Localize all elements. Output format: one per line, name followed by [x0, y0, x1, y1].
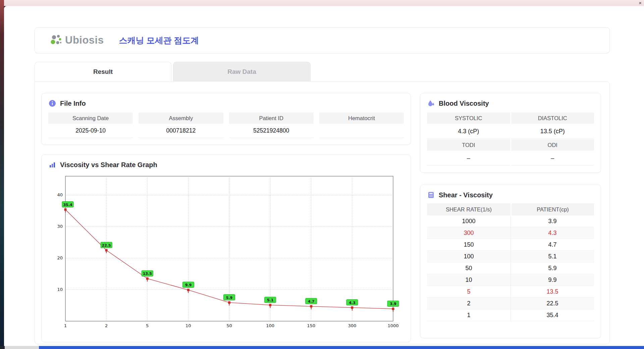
file-info-fields: Scanning Date 2025-09-10 Assembly 000718… [48, 112, 404, 138]
logo-text: Ubiosis [65, 34, 104, 46]
app-header: Ubiosis 스캐닝 모세관 점도계 [35, 27, 610, 53]
patient-viscosity-cell: 4.3 [511, 227, 594, 239]
svg-text:4.7: 4.7 [308, 299, 315, 304]
shear-viscosity-row: 1504.7 [427, 239, 594, 251]
svg-text:13.5: 13.5 [143, 271, 152, 276]
svg-text:150: 150 [307, 323, 315, 328]
shear-rate-cell: 10 [427, 274, 511, 286]
svg-text:5: 5 [146, 323, 149, 328]
bv-value-diastolic: 13.5 (cP) [511, 124, 594, 139]
field-value: 52521924800 [229, 124, 314, 138]
tab-result[interactable]: Result [35, 62, 171, 81]
window-titlebar: × [4, 0, 644, 6]
close-icon[interactable]: × [639, 0, 642, 6]
field-value: 2025-09-10 [48, 124, 133, 138]
shear-viscosity-row: 513.5 [427, 286, 594, 298]
shear-table-body: 10003.93004.31504.71005.1505.9109.9513.5… [427, 215, 594, 321]
field-label: Scanning Date [48, 112, 133, 124]
blood-viscosity-grid: SYSTOLIC DIASTOLIC 4.3 (cP) 13.5 (cP) TO… [427, 112, 594, 165]
field-label: Assembly [139, 112, 223, 124]
field-label: Patient ID [229, 112, 314, 124]
patient-viscosity-cell: 35.4 [511, 309, 594, 321]
blood-viscosity-header: Blood Viscosity [427, 99, 594, 107]
desktop-background-left [0, 0, 4, 349]
patient-viscosity-cell: 5.9 [511, 262, 594, 274]
bv-value-odi: – [511, 151, 594, 165]
shear-viscosity-title: Shear - Viscosity [439, 191, 493, 199]
column-header-shear-rate: SHEAR RATE(1/s) [427, 203, 511, 215]
tab-raw-data[interactable]: Raw Data [173, 62, 311, 81]
shear-viscosity-row: 3004.3 [427, 227, 594, 239]
info-icon [48, 99, 56, 107]
shear-viscosity-row: 10003.9 [427, 215, 594, 227]
svg-text:1: 1 [64, 323, 67, 328]
blood-viscosity-title: Blood Viscosity [439, 100, 489, 107]
svg-text:2: 2 [105, 323, 108, 328]
graph-header: Viscosity vs Shear Rate Graph [48, 161, 404, 169]
droplet-icon [427, 99, 435, 107]
patient-viscosity-cell: 5.1 [511, 251, 594, 262]
shear-viscosity-card: Shear - Viscosity SHEAR RATE(1/s) PATIEN… [420, 185, 601, 338]
viscosity-graph-card: Viscosity vs Shear Rate Graph 1251050100… [41, 154, 411, 342]
svg-text:1000: 1000 [387, 323, 398, 328]
file-info-title: File Info [60, 100, 86, 107]
shear-viscosity-row: 505.9 [427, 262, 594, 274]
svg-text:300: 300 [348, 323, 356, 328]
svg-text:9.9: 9.9 [185, 283, 192, 287]
patient-viscosity-cell: 13.5 [511, 286, 594, 297]
shear-viscosity-row: 222.5 [427, 298, 594, 309]
svg-text:100: 100 [266, 323, 274, 328]
logo-dots-icon [50, 34, 63, 47]
svg-text:50: 50 [226, 323, 232, 328]
calculator-icon [427, 191, 435, 199]
svg-text:5.9: 5.9 [226, 296, 233, 300]
patient-viscosity-cell: 9.9 [511, 274, 594, 286]
shear-viscosity-row: 1005.1 [427, 251, 594, 262]
svg-text:40: 40 [57, 192, 63, 197]
tab-bar: Result Raw Data [35, 62, 311, 81]
svg-text:30: 30 [57, 224, 63, 229]
right-column: Blood Viscosity SYSTOLIC DIASTOLIC 4.3 (… [420, 93, 601, 344]
page-title: 스캐닝 모세관 점도계 [119, 35, 199, 46]
file-info-field: Assembly 000718212 [139, 112, 223, 138]
shear-rate-cell: 50 [427, 262, 511, 274]
svg-text:4.3: 4.3 [349, 301, 356, 305]
svg-text:35.4: 35.4 [63, 203, 72, 207]
bv-value-systolic: 4.3 (cP) [427, 124, 510, 139]
bv-label-systolic: SYSTOLIC [427, 112, 510, 124]
file-info-field: Hematocrit [319, 112, 404, 138]
shear-rate-cell: 1000 [427, 215, 511, 227]
shear-viscosity-row: 109.9 [427, 274, 594, 286]
file-info-field: Scanning Date 2025-09-10 [48, 112, 133, 138]
field-value: 000718212 [139, 124, 223, 138]
shear-viscosity-table: SHEAR RATE(1/s) PATIENT(cp) 10003.93004.… [427, 203, 594, 321]
column-header-patient: PATIENT(cp) [511, 203, 594, 215]
desktop-taskbar-strip [0, 346, 644, 349]
app-window: Ubiosis 스캐닝 모세관 점도계 Result Raw Data File… [4, 6, 644, 346]
shear-rate-cell: 1 [427, 309, 511, 321]
result-panel: File Info Scanning Date 2025-09-10 Assem… [35, 81, 610, 344]
bv-label-todi: TODI [427, 139, 510, 151]
left-column: File Info Scanning Date 2025-09-10 Assem… [41, 93, 411, 344]
patient-viscosity-cell: 22.5 [511, 298, 594, 309]
bar-chart-icon [48, 161, 56, 169]
patient-viscosity-cell: 4.7 [511, 239, 594, 250]
bv-value-todi: – [427, 151, 510, 165]
shear-rate-cell: 150 [427, 239, 511, 250]
svg-text:3.9: 3.9 [390, 302, 396, 306]
svg-text:20: 20 [57, 255, 63, 260]
shear-rate-cell: 100 [427, 251, 511, 262]
bv-label-odi: ODI [511, 139, 594, 151]
bv-label-diastolic: DIASTOLIC [511, 112, 594, 124]
graph-title: Viscosity vs Shear Rate Graph [60, 161, 157, 169]
patient-viscosity-cell: 3.9 [511, 215, 594, 227]
shear-viscosity-header: Shear - Viscosity [427, 191, 594, 199]
svg-text:5.1: 5.1 [267, 298, 274, 302]
svg-text:10: 10 [185, 323, 191, 328]
field-value [319, 124, 404, 138]
blood-viscosity-card: Blood Viscosity SYSTOLIC DIASTOLIC 4.3 (… [420, 93, 601, 173]
viscosity-shear-chart: 125105010015030010001020304035.422.513.5… [48, 171, 405, 329]
file-info-header: File Info [48, 99, 404, 107]
svg-text:10: 10 [57, 287, 63, 292]
shear-table-header: SHEAR RATE(1/s) PATIENT(cp) [427, 203, 594, 215]
